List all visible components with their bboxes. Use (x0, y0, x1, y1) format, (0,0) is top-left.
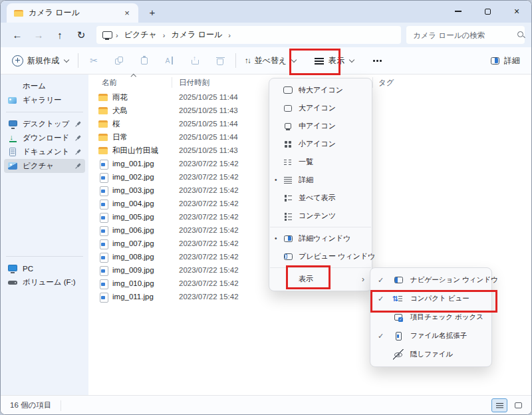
close-button[interactable]: × (502, 1, 531, 22)
view-menu-item-一覧[interactable]: 一覧 (269, 153, 372, 171)
image-file-icon (98, 158, 108, 169)
view-menu-item-大アイコン[interactable]: 大アイコン (269, 99, 372, 117)
submenu-item-隠しファイル[interactable]: 隠しファイル (370, 345, 491, 364)
file-name: img_010.jpg (108, 279, 172, 287)
sidebar-item-documents[interactable]: ドキュメント (4, 145, 85, 159)
new-button-label: 新規作成 (27, 55, 59, 67)
gallery-icon (7, 95, 18, 106)
menu-separator (270, 227, 371, 227)
new-button[interactable]: 新規作成 (6, 50, 75, 71)
cut-icon: ✂ (88, 55, 99, 66)
this-pc-icon (102, 31, 112, 40)
navigation-pane: ホームギャラリーデスクトップダウンロードドキュメントピクチャPCボリューム (F… (1, 74, 88, 395)
view-lines-icon (314, 55, 325, 66)
list-view-icon (283, 157, 293, 168)
trash-icon (215, 55, 225, 66)
tab-title: カメラ ロール (29, 7, 116, 19)
copy-button[interactable] (106, 50, 132, 71)
sidebar-item-gallery[interactable]: ギャラリー (4, 93, 85, 107)
view-menu-item-表示[interactable]: 表示› (269, 270, 372, 288)
up-button[interactable]: ↑ (50, 26, 70, 45)
pin-icon (73, 161, 84, 172)
paste-button[interactable] (132, 50, 157, 71)
share-button[interactable] (182, 50, 207, 71)
sidebar-item-label: ギャラリー (23, 95, 82, 105)
view-menu-item-特大アイコン[interactable]: 特大アイコン (269, 81, 372, 99)
search-input[interactable] (412, 31, 517, 40)
menu-item-label: 中アイコン (299, 121, 336, 131)
refresh-button[interactable]: ↻ (71, 26, 91, 45)
sidebar-item-home[interactable]: ホーム (4, 79, 85, 93)
sort-button[interactable]: ↑↓ 並べ替え (239, 50, 303, 71)
view-menu-item-中アイコン[interactable]: 中アイコン (269, 117, 372, 135)
maximize-button[interactable] (473, 1, 502, 22)
thumbnail-view-toggle[interactable] (510, 398, 526, 412)
file-name: 雨花 (108, 92, 172, 102)
sidebar-item-volume-f[interactable]: ボリューム (F:) (4, 275, 85, 289)
details-pane-button[interactable]: 詳細 (483, 50, 526, 71)
new-tab-button[interactable]: + (144, 4, 161, 21)
view-menu-item-プレビュー ウィンドウ[interactable]: プレビュー ウィンドウ (269, 247, 372, 265)
rename-button[interactable] (157, 50, 182, 71)
delete-button[interactable] (207, 50, 233, 71)
pin-icon (73, 147, 84, 158)
column-header-tags[interactable]: タグ (373, 77, 531, 88)
menu-item-label: コンパクト ビュー (410, 294, 469, 303)
sidebar-item-label: ホーム (23, 81, 82, 91)
sidebar-item-label: PC (23, 265, 82, 273)
folder-icon (13, 8, 24, 19)
breadcrumb-chevron-icon: › (163, 31, 166, 39)
tab-close-icon[interactable]: × (121, 7, 133, 19)
sidebar-item-pictures[interactable]: ピクチャ (4, 159, 85, 173)
submenu-item-項目チェック ボックス[interactable]: 項目チェック ボックス (370, 308, 491, 327)
tab-strip: カメラ ロール × + × (1, 1, 531, 23)
breadcrumb: ›ピクチャ›カメラ ロール› (96, 26, 401, 44)
details-view-toggle[interactable] (491, 398, 507, 412)
view-menu-item-小アイコン[interactable]: 小アイコン (269, 135, 372, 153)
pin-icon (73, 119, 84, 130)
forward-button[interactable]: → (29, 26, 49, 45)
view-menu-item-詳細[interactable]: •詳細 (269, 171, 372, 189)
details-pane-label: 詳細 (504, 55, 520, 67)
menu-item-label: 小アイコン (299, 139, 336, 149)
paste-icon (139, 55, 150, 66)
image-file-icon (98, 225, 108, 235)
sort-arrows-icon: ↑↓ (245, 57, 251, 65)
hidden-files-icon (393, 349, 404, 360)
sidebar-item-downloads[interactable]: ダウンロード (4, 131, 85, 145)
menu-item-label: 隠しファイル (410, 350, 453, 359)
breadcrumb-item[interactable]: ピクチャ (122, 28, 160, 42)
view-button[interactable]: 表示 (308, 50, 360, 71)
sidebar-item-pc[interactable]: PC (4, 261, 85, 275)
file-name: img_011.jpg (108, 293, 172, 301)
menu-item-label: 大アイコン (299, 103, 336, 113)
submenu-item-ファイル名拡張子[interactable]: ✓ファイル名拡張子 (370, 327, 491, 345)
back-button[interactable]: ← (7, 26, 27, 45)
explorer-tab[interactable]: カメラ ロール × (7, 3, 138, 23)
submenu-item-コンパクト ビュー[interactable]: ✓コンパクト ビュー (370, 289, 491, 308)
column-header-name[interactable]: 名前 (88, 77, 172, 88)
details-pane-icon (283, 233, 293, 244)
search-box[interactable] (406, 26, 525, 44)
sidebar-item-label: デスクトップ (23, 119, 70, 129)
plus-circle-icon (12, 55, 23, 67)
submenu-item-ナビゲーション ウィンドウ[interactable]: ✓ナビゲーション ウィンドウ (370, 271, 491, 289)
toolbar: 新規作成 ✂ ↑↓ 並べ替え 表示 詳細 (1, 47, 531, 74)
extra-large-icons-icon (283, 85, 293, 96)
image-file-icon (98, 198, 108, 209)
sidebar-divider (6, 256, 83, 257)
more-options-button[interactable] (364, 50, 390, 71)
file-name: img_003.jpg (108, 186, 172, 194)
breadcrumb-item[interactable]: カメラ ロール (168, 28, 225, 42)
menu-separator (270, 267, 371, 268)
view-button-label: 表示 (329, 55, 344, 67)
view-menu-item-並べて表示[interactable]: 並べて表示 (269, 189, 372, 207)
chevron-down-icon (348, 58, 354, 64)
sidebar-item-desktop[interactable]: デスクトップ (4, 117, 85, 131)
view-menu-item-コンテンツ[interactable]: コンテンツ (269, 207, 372, 225)
cut-button[interactable]: ✂ (81, 50, 106, 71)
submenu-chevron-icon: › (362, 275, 364, 284)
minimize-button[interactable] (444, 1, 473, 22)
view-menu-item-詳細ウィンドウ[interactable]: •詳細ウィンドウ (269, 229, 372, 247)
search-icon (517, 31, 526, 40)
